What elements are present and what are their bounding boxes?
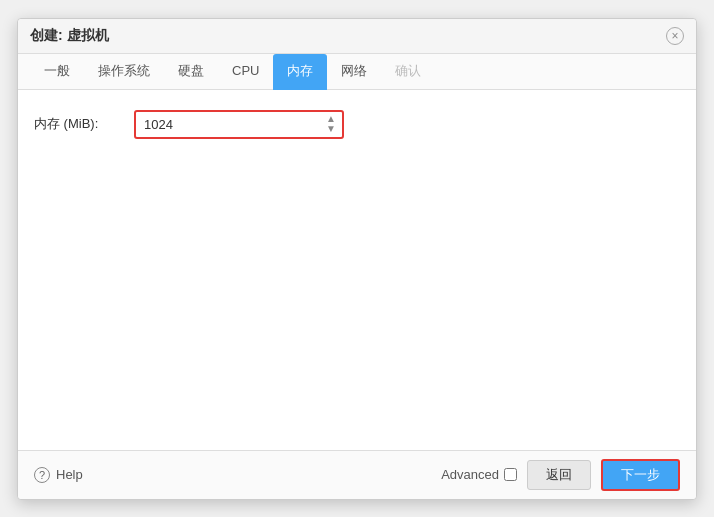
advanced-area: Advanced: [441, 467, 517, 482]
tabs-bar: 一般 操作系统 硬盘 CPU 内存 网络 确认: [18, 54, 696, 90]
advanced-label: Advanced: [441, 467, 499, 482]
tab-cpu[interactable]: CPU: [218, 55, 273, 88]
tab-general[interactable]: 一般: [30, 54, 84, 90]
footer-right: Advanced 返回 下一步: [441, 459, 680, 491]
tab-network[interactable]: 网络: [327, 54, 381, 90]
dialog-footer: ? Help Advanced 返回 下一步: [18, 450, 696, 499]
memory-field-wrapper: ▲ ▼: [134, 110, 344, 139]
help-icon[interactable]: ?: [34, 467, 50, 483]
help-label: Help: [56, 467, 83, 482]
next-button[interactable]: 下一步: [601, 459, 680, 491]
tab-memory[interactable]: 内存: [273, 54, 327, 90]
memory-input[interactable]: [140, 114, 320, 135]
spinner-down[interactable]: ▼: [324, 124, 338, 134]
footer-left: ? Help: [34, 467, 83, 483]
title-bar: 创建: 虚拟机 ×: [18, 19, 696, 54]
tab-disk[interactable]: 硬盘: [164, 54, 218, 90]
advanced-checkbox[interactable]: [504, 468, 517, 481]
back-button[interactable]: 返回: [527, 460, 591, 490]
tab-confirm: 确认: [381, 54, 435, 90]
tab-os[interactable]: 操作系统: [84, 54, 164, 90]
memory-label: 内存 (MiB):: [34, 115, 134, 133]
spinner-arrows: ▲ ▼: [324, 114, 338, 134]
dialog-body: 内存 (MiB): ▲ ▼: [18, 90, 696, 450]
dialog-title: 创建: 虚拟机: [30, 27, 109, 45]
close-button[interactable]: ×: [666, 27, 684, 45]
memory-row: 内存 (MiB): ▲ ▼: [34, 110, 680, 139]
create-vm-dialog: 创建: 虚拟机 × 一般 操作系统 硬盘 CPU 内存 网络 确认 内存 (Mi…: [17, 18, 697, 500]
